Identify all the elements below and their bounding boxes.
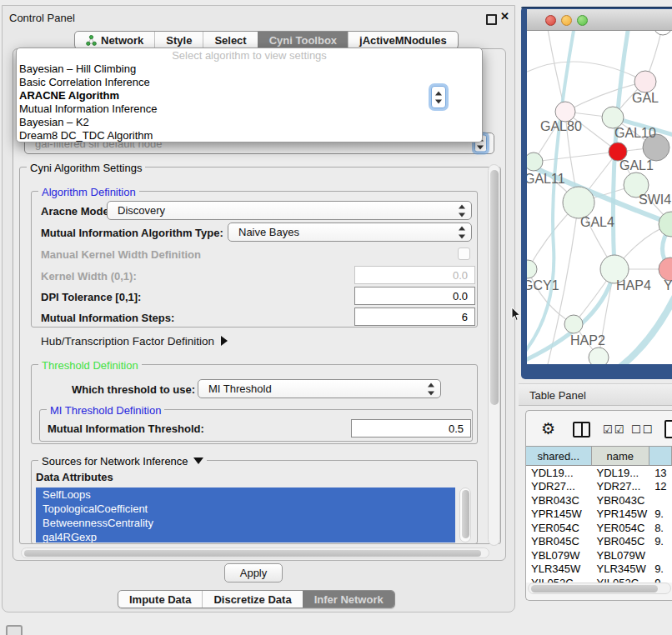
table-cell: YER054C: [526, 521, 592, 535]
table-row[interactable]: YLR345WYLR345W9.: [526, 562, 672, 577]
float-window-icon[interactable]: [486, 14, 497, 25]
table-cell: YLR345W: [592, 562, 650, 577]
dropdown-item[interactable]: Mutual Information Inference: [17, 102, 482, 116]
table-row[interactable]: YIL052CYIL052C9.: [526, 576, 672, 582]
gear-icon[interactable]: ⚙: [541, 419, 555, 438]
dropdown-item[interactable]: ARACNE Algorithm: [17, 89, 482, 102]
mi-steps-field[interactable]: 6: [354, 308, 475, 326]
network-node[interactable]: [659, 258, 672, 281]
tab-label: jActiveMNodules: [359, 34, 447, 47]
which-threshold-combo[interactable]: MI Threshold: [198, 379, 441, 398]
column-header[interactable]: [649, 446, 672, 466]
settings-horizontal-scrollbar-thumb[interactable]: [24, 550, 481, 557]
node-label: GAL80: [540, 119, 582, 133]
floating-panel-icon[interactable]: [6, 625, 23, 635]
column-header[interactable]: shared...: [526, 446, 592, 466]
columns-icon[interactable]: [573, 422, 590, 438]
table-row[interactable]: YPR145WYPR145W9.: [526, 508, 672, 522]
network-edge[interactable]: [534, 152, 618, 162]
tab-label: Style: [166, 34, 192, 47]
network-node[interactable]: [634, 71, 656, 92]
collapse-down-icon: [193, 458, 203, 464]
table-row[interactable]: YDR27...YDR27...12: [526, 480, 672, 494]
table-row[interactable]: YDL19...YDL19...13: [526, 466, 672, 480]
close-traffic-light[interactable]: [545, 15, 556, 26]
dpi-tolerance-field[interactable]: 0.0: [354, 287, 475, 305]
table-cell: YBR045C: [526, 535, 592, 549]
aracne-mode-combo[interactable]: Discovery: [107, 201, 472, 220]
dropdown-hint: Select algorithm to view settings: [17, 48, 482, 62]
network-node[interactable]: [589, 348, 609, 364]
minimize-traffic-light[interactable]: [561, 15, 572, 26]
tab-network[interactable]: Network: [75, 32, 154, 48]
inference-combo-stepper[interactable]: [431, 86, 446, 108]
table-row[interactable]: YBR043CYBR043C: [526, 493, 672, 508]
network-node[interactable]: [654, 31, 672, 35]
network-edge-thick[interactable]: [610, 292, 672, 364]
attributes-scrollbar[interactable]: [459, 488, 471, 542]
attribute-list-item[interactable]: TopologicalCoefficient: [36, 502, 455, 516]
table-cell: 12: [649, 480, 672, 494]
network-edge[interactable]: [527, 62, 645, 82]
attributes-scrollbar-thumb[interactable]: [462, 490, 469, 538]
deselect-all-checkboxes-icon[interactable]: ☐☐: [631, 423, 654, 436]
dropdown-item[interactable]: Bayesian – K2: [17, 116, 482, 129]
attribute-list-item[interactable]: BetweennessCentrality: [36, 516, 455, 530]
network-canvas[interactable]: GALGAL80GAL10GAL1GAL11SWI4GAL4GCY1HAP4YH…: [527, 31, 672, 364]
settings-vertical-scrollbar[interactable]: [488, 164, 500, 546]
tab-jactivemnodules[interactable]: jActiveMNodules: [348, 32, 458, 48]
document-icon[interactable]: [664, 420, 672, 438]
settings-vertical-scrollbar-thumb[interactable]: [490, 170, 499, 405]
table-cell: YIL052C: [526, 576, 592, 582]
table-horizontal-scrollbar-thumb[interactable]: [531, 585, 658, 592]
network-node[interactable]: [527, 152, 543, 171]
tab-label: Discretize Data: [213, 593, 291, 606]
zoom-traffic-light[interactable]: [577, 15, 588, 26]
table-row[interactable]: YBR045CYBR045C9.: [526, 535, 672, 549]
dropdown-item[interactable]: Bayesian – Hill Climbing: [17, 62, 482, 76]
table-cell: YDR27...: [592, 480, 650, 494]
bottom-tab-discretize-data[interactable]: Discretize Data: [202, 591, 302, 608]
apply-button[interactable]: Apply: [224, 563, 283, 582]
network-node[interactable]: [527, 260, 537, 278]
attribute-list-item[interactable]: SelfLoops: [36, 488, 455, 502]
sources-group-toggle[interactable]: Sources for Network Inference: [38, 455, 207, 468]
network-node[interactable]: [564, 315, 583, 333]
table-horizontal-scrollbar[interactable]: [528, 582, 671, 594]
tab-cyni-toolbox[interactable]: Cyni Toolbox: [258, 32, 348, 48]
node-label: GAL: [632, 91, 659, 105]
table-panel-titlebar: Table Panel: [519, 383, 672, 406]
tab-style[interactable]: Style: [154, 32, 203, 48]
kernel-width-field[interactable]: 0.0: [354, 266, 475, 284]
network-node[interactable]: [659, 212, 672, 237]
table-row[interactable]: YER054CYER054C8.: [526, 521, 672, 535]
dropdown-item[interactable]: Dream8 DC_TDC Algorithm: [17, 129, 482, 142]
mi-type-combo[interactable]: Naive Bayes: [228, 222, 472, 242]
column-header[interactable]: name: [592, 446, 650, 466]
select-all-checkboxes-icon[interactable]: ☑☑: [603, 423, 625, 436]
network-window-titlebar[interactable]: [527, 9, 672, 31]
table-row[interactable]: YBL079WYBL079W: [526, 548, 672, 562]
tab-select[interactable]: Select: [203, 32, 257, 48]
mi-steps-label: Mutual Information Steps:: [41, 312, 174, 324]
node-label: GCY1: [527, 278, 559, 292]
table-cell: YPR145W: [592, 508, 650, 522]
bottom-tab-impute-data[interactable]: Impute Data: [118, 591, 202, 608]
tab-label: Cyni Toolbox: [269, 34, 337, 47]
network-node[interactable]: [563, 187, 594, 218]
tab-label: Impute Data: [129, 593, 191, 606]
hub-section-toggle[interactable]: Hub/Transcription Factor Definition: [41, 335, 228, 348]
mi-threshold-field[interactable]: 0.5: [351, 419, 471, 438]
network-graph-svg[interactable]: GALGAL80GAL10GAL1GAL11SWI4GAL4GCY1HAP4YH…: [527, 31, 672, 364]
manual-kernel-checkbox[interactable]: [458, 248, 470, 260]
which-threshold-label: Which threshold to use:: [72, 383, 195, 396]
close-window-icon[interactable]: ✕: [500, 10, 509, 22]
attribute-list-item[interactable]: gal4RGexp: [36, 530, 455, 542]
node-label: HAP4: [616, 278, 651, 292]
table-panel-title: Table Panel: [529, 389, 586, 402]
bottom-tab-infer-network[interactable]: Infer Network: [303, 591, 394, 608]
settings-horizontal-scrollbar[interactable]: [21, 548, 489, 558]
table-cell: YBR043C: [526, 493, 592, 508]
table-panel: ⚙ ☑☑ ☐☐ shared...name YDL19...YDL19...13…: [525, 410, 672, 601]
dropdown-item[interactable]: Basic Correlation Inference: [17, 76, 482, 89]
